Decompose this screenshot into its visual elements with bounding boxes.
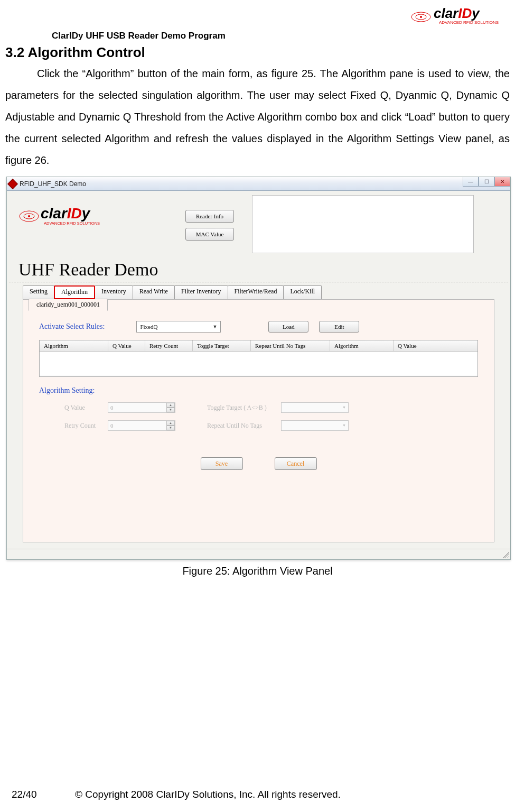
close-button[interactable]: ✕ xyxy=(494,177,510,187)
grid-header-repeat[interactable]: Repeat Until No Tags xyxy=(251,340,330,351)
app-inner-logo: clarIDy ADVANCED RFID SOLUTIONS xyxy=(11,193,106,230)
algorithm-grid: Algorithm Q Value Retry Count Toggle Tar… xyxy=(39,340,478,377)
svg-point-6 xyxy=(28,215,30,217)
load-button[interactable]: Load xyxy=(268,321,308,333)
chevron-down-icon: ▼ xyxy=(342,405,346,410)
grid-header-qvalue2[interactable]: Q Value xyxy=(394,340,477,351)
tab-setting[interactable]: Setting xyxy=(23,285,54,299)
grid-header-algorithm[interactable]: Algorithm xyxy=(40,340,108,351)
edit-button[interactable]: Edit xyxy=(319,321,359,333)
resize-grip-icon[interactable] xyxy=(503,552,509,558)
tab-filter-writeread[interactable]: FilterWrite/Read xyxy=(228,285,284,299)
titlebar: RFID_UHF_SDK Demo — ☐ ✕ xyxy=(7,177,510,191)
algorithm-setting-label: Algorithm Setting: xyxy=(39,386,478,395)
grid-header-retry[interactable]: Retry Count xyxy=(145,340,193,351)
svg-point-2 xyxy=(420,16,422,18)
brand-logo-sub: ADVANCED RFID SOLUTIONS xyxy=(439,20,499,25)
grid-body-empty xyxy=(40,352,477,375)
app-window: RFID_UHF_SDK Demo — ☐ ✕ clarIDy A xyxy=(6,177,511,560)
save-button[interactable]: Save xyxy=(201,457,243,470)
tab-lockkill[interactable]: Lock/Kill xyxy=(283,285,322,299)
spinner-down-icon[interactable]: ▼ xyxy=(166,426,175,430)
device-tab[interactable]: claridy_uem001_000001 xyxy=(29,299,108,311)
chevron-down-icon: ▼ xyxy=(213,324,218,329)
chevron-down-icon: ▼ xyxy=(342,423,346,428)
info-textbox xyxy=(252,195,474,253)
doc-title: ClarIDy UHF USB Reader Demo Program xyxy=(52,31,510,41)
app-icon xyxy=(7,179,18,189)
svg-text:clarIDy: clarIDy xyxy=(41,205,91,222)
grid-header-toggle[interactable]: Toggle Target xyxy=(193,340,251,351)
toggle-target-combo[interactable]: ▼ xyxy=(281,402,349,413)
grid-header-qvalue[interactable]: Q Value xyxy=(108,340,145,351)
repeat-until-label: Repeat Until No Tags xyxy=(175,422,281,430)
main-tabstrip: Setting Algorithm Inventory Read Write F… xyxy=(23,285,510,299)
maximize-button[interactable]: ☐ xyxy=(479,177,494,187)
retry-count-label: Retry Count xyxy=(39,422,108,430)
qvalue-spinner[interactable]: 0 ▲ ▼ xyxy=(108,402,175,413)
figure-caption: Figure 25: Algorithm View Panel xyxy=(5,565,510,577)
cancel-button[interactable]: Cancel xyxy=(275,457,317,470)
copyright-text: © Copyright 2008 ClarIDy Solutions, Inc.… xyxy=(75,789,341,800)
grid-header-algorithm2[interactable]: Algorithm xyxy=(330,340,394,351)
svg-text:clarIDy: clarIDy xyxy=(434,5,480,21)
qvalue-value: 0 xyxy=(110,404,114,411)
retry-spinner[interactable]: 0 ▲ ▼ xyxy=(108,420,175,431)
repeat-until-combo[interactable]: ▼ xyxy=(281,420,349,431)
algorithm-combo[interactable]: FixedQ ▼ xyxy=(136,321,221,333)
window-title: RFID_UHF_SDK Demo xyxy=(20,180,86,188)
svg-text:ADVANCED RFID SOLUTIONS: ADVANCED RFID SOLUTIONS xyxy=(44,221,100,226)
mac-value-button[interactable]: MAC Value xyxy=(185,228,234,241)
demo-heading: UHF Reader Demo xyxy=(18,260,510,280)
divider-line xyxy=(9,282,508,282)
brand-logo-svg: clarIDy ADVANCED RFID SOLUTIONS xyxy=(409,4,504,25)
tab-readwrite[interactable]: Read Write xyxy=(133,285,175,299)
tab-inventory[interactable]: Inventory xyxy=(95,285,133,299)
statusbar xyxy=(7,549,510,559)
brand-logo: clarIDy ADVANCED RFID SOLUTIONS xyxy=(409,4,504,25)
section-heading: 3.2 Algorithm Control xyxy=(5,44,510,61)
algorithm-combo-value: FixedQ xyxy=(140,324,157,330)
minimize-button[interactable]: — xyxy=(463,177,479,187)
tab-filter-inventory[interactable]: Filter Inventory xyxy=(174,285,228,299)
spinner-up-icon[interactable]: ▲ xyxy=(166,403,175,408)
page-footer: 22/40 © Copyright 2008 ClarIDy Solutions… xyxy=(0,789,515,800)
retry-value: 0 xyxy=(110,422,114,429)
page-number: 22/40 xyxy=(12,789,75,800)
tab-algorithm[interactable]: Algorithm xyxy=(54,285,95,299)
reader-info-button[interactable]: Reader Info xyxy=(185,210,234,223)
algorithm-panel: claridy_uem001_000001 Activate Select Ru… xyxy=(23,299,494,542)
window-controls: — ☐ ✕ xyxy=(463,177,510,187)
toggle-target-label: Toggle Target ( A<>B ) xyxy=(175,404,281,412)
qvalue-label: Q Value xyxy=(39,404,108,412)
section-paragraph: Click the “Algorithm” button of the main… xyxy=(5,63,510,171)
activate-rules-label: Activate Select Rules: xyxy=(39,322,105,331)
spinner-down-icon[interactable]: ▼ xyxy=(166,408,175,412)
spinner-up-icon[interactable]: ▲ xyxy=(166,421,175,426)
